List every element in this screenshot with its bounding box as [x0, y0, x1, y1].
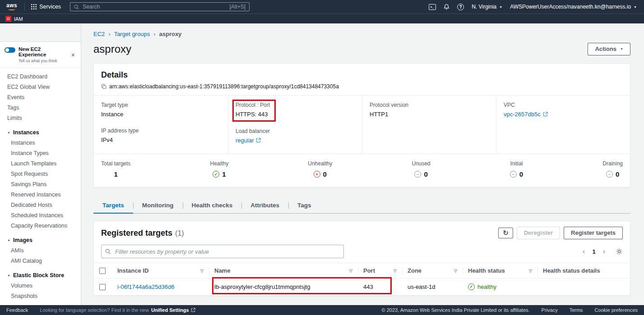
total-targets-count: 1: [114, 170, 118, 178]
sidebar-item-ec2-dashboard[interactable]: EC2 Dashboard: [0, 72, 81, 82]
gear-icon: [616, 248, 623, 255]
search-shortcut-hint: [Alt+S]: [229, 4, 246, 10]
target-zone-cell: us-east-1d: [402, 278, 463, 295]
search-icon: [74, 5, 79, 9]
close-icon[interactable]: ×: [69, 51, 77, 59]
row-checkbox[interactable]: [99, 284, 106, 290]
sidebar-item-snapshots[interactable]: Snapshots: [0, 291, 81, 301]
sidebar-item-dedicated-hosts[interactable]: Dedicated Hosts: [0, 200, 81, 210]
stat-label: Healthy: [210, 160, 228, 167]
breadcrumb-target-groups[interactable]: Target groups: [114, 31, 150, 37]
cloudshell-button[interactable]: >_: [429, 4, 436, 10]
details-panel: Details arn:aws:elasticloadbalancing:us-…: [93, 64, 630, 187]
table-settings-button[interactable]: [616, 248, 623, 255]
aws-logo[interactable]: aws: [6, 3, 17, 10]
tab-targets[interactable]: Targets: [93, 197, 133, 213]
register-targets-button[interactable]: Register targets: [564, 227, 623, 239]
sort-icon[interactable]: ▽: [200, 269, 204, 273]
healthy-status-icon: ✓: [468, 283, 475, 290]
unified-settings-link[interactable]: Unified Settings: [151, 307, 195, 313]
refresh-icon: ↻: [503, 229, 509, 237]
refresh-button[interactable]: ↻: [498, 228, 513, 238]
sidebar-section-label: Elastic Block Store: [13, 272, 64, 278]
region-selector[interactable]: N. Virginia ▼: [472, 4, 502, 10]
tab-attributes[interactable]: Attributes: [241, 197, 288, 213]
column-header-zone[interactable]: Zone▽: [402, 263, 463, 278]
sidebar-section-instances[interactable]: ▼ Instances: [0, 123, 81, 138]
sort-icon[interactable]: ▽: [454, 269, 457, 273]
sort-icon[interactable]: ▽: [349, 269, 352, 273]
breadcrumb-ec2[interactable]: EC2: [93, 31, 105, 37]
sidebar-item-savings-plans[interactable]: Savings Plans: [0, 179, 81, 190]
sidebar-item-amis[interactable]: AMIs: [0, 246, 81, 256]
sidebar-item-limits[interactable]: Limits: [0, 113, 81, 123]
breadcrumb: EC2 › Target groups › asproxy: [93, 31, 630, 37]
help-button[interactable]: ?: [457, 4, 464, 10]
stat-label: Initial: [510, 160, 523, 167]
actions-button-label: Actions: [595, 46, 616, 53]
vpc-link[interactable]: vpc-2657db5c: [504, 111, 541, 118]
sidebar-item-reserved-instances[interactable]: Reserved Instances: [0, 190, 81, 200]
search-input[interactable]: [82, 3, 227, 10]
sidebar-item-scheduled-instances[interactable]: Scheduled Instances: [0, 210, 81, 221]
tab-monitoring[interactable]: Monitoring: [133, 197, 183, 213]
top-navigation-bar: aws Services [Alt+S] >_ ? N. Virginia ▼ …: [0, 0, 644, 14]
sidebar-item-ec2-global-view[interactable]: EC2 Global View: [0, 82, 81, 92]
sort-icon[interactable]: ▽: [529, 269, 532, 273]
current-page-number[interactable]: 1: [589, 248, 598, 255]
sort-icon[interactable]: ▽: [394, 269, 397, 273]
load-balancer-link[interactable]: regular: [236, 137, 254, 144]
sidebar-item-events[interactable]: Events: [0, 92, 81, 103]
sidebar-item-spot-requests[interactable]: Spot Requests: [0, 169, 81, 179]
account-menu[interactable]: AWSPowerUserAccess/navaneeth.kn@harness.…: [510, 4, 637, 10]
registered-targets-count: (1): [175, 229, 184, 237]
deregister-button[interactable]: Deregister: [517, 227, 560, 239]
protocol-port-value: HTTPS: 443: [236, 111, 270, 118]
tab-health-checks[interactable]: Health checks: [183, 197, 242, 213]
new-experience-title: New EC2 Experience: [19, 46, 66, 57]
instance-id-link[interactable]: i-06f1744a6a25d36d6: [117, 283, 175, 290]
notifications-button[interactable]: [444, 4, 449, 10]
sidebar-item-volumes[interactable]: Volumes: [0, 281, 81, 291]
help-icon: ?: [457, 4, 464, 10]
privacy-link[interactable]: Privacy: [542, 307, 558, 313]
terms-link[interactable]: Terms: [570, 307, 583, 313]
copy-icon[interactable]: [101, 84, 107, 89]
next-page-button[interactable]: ›: [600, 247, 608, 256]
target-port-cell: 443: [358, 278, 402, 295]
new-experience-panel: New EC2 Experience Tell us what you thin…: [0, 42, 81, 68]
registered-targets-heading: Registered targets: [101, 228, 172, 238]
tab-tags[interactable]: Tags: [288, 197, 320, 213]
sidebar-item-launch-templates[interactable]: Launch Templates: [0, 159, 81, 169]
sidebar-item-instance-types[interactable]: Instance Types: [0, 148, 81, 159]
stat-label: Total targets: [101, 160, 130, 167]
actions-button[interactable]: Actions ▼: [588, 43, 630, 55]
sidebar-section-images[interactable]: ▼ Images: [0, 231, 81, 246]
services-label: Services: [39, 4, 61, 10]
column-header-instance-id[interactable]: Instance ID▽: [112, 263, 209, 278]
column-header-port[interactable]: Port▽: [358, 263, 402, 278]
filter-resources-input[interactable]: [101, 245, 344, 258]
sidebar-item-capacity-reservations[interactable]: Capacity Reservations: [0, 221, 81, 231]
cookie-preferences-link[interactable]: Cookie preferences: [595, 307, 638, 313]
column-header-health-status[interactable]: Health status▽: [463, 263, 537, 278]
column-header-health-status-details[interactable]: Health status details: [537, 263, 630, 278]
chevron-down-icon: ▼: [7, 131, 10, 134]
feedback-link[interactable]: Feedback: [6, 307, 28, 313]
sidebar-item-instances[interactable]: Instances: [0, 138, 81, 148]
new-experience-subtitle[interactable]: Tell us what you think: [19, 59, 66, 63]
services-menu[interactable]: Services: [28, 4, 64, 10]
sidebar-item-tags[interactable]: Tags: [0, 103, 81, 113]
ip-address-type-value: IPv4: [101, 137, 221, 143]
new-experience-toggle[interactable]: [5, 47, 15, 53]
stat-label: Unhealthy: [308, 160, 332, 167]
iam-service-link[interactable]: IAM: [14, 16, 23, 22]
sidebar-item-ami-catalog[interactable]: AMI Catalog: [0, 256, 81, 266]
previous-page-button[interactable]: ‹: [579, 247, 588, 256]
sidebar-section-elastic-block-store[interactable]: ▼ Elastic Block Store: [0, 266, 81, 281]
draining-status-icon: −: [606, 171, 613, 178]
select-all-checkbox[interactable]: [99, 268, 106, 274]
column-header-name[interactable]: Name▽: [209, 263, 358, 278]
ec2-sidebar: New EC2 Experience Tell us what you thin…: [0, 23, 81, 305]
global-search[interactable]: [Alt+S]: [70, 2, 250, 11]
